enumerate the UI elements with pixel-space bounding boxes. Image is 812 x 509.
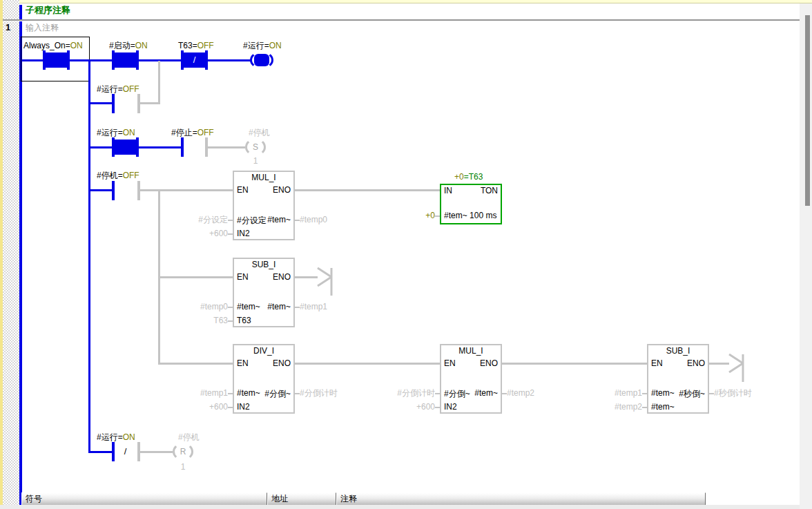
div1-operand-in2: +600 — [131, 402, 228, 412]
contact-t63-nc-powerflow[interactable]: / — [184, 52, 205, 68]
bottom-strip — [0, 505, 812, 509]
wire-h-gray — [160, 276, 233, 278]
mul1-operand-in1: #分设定 — [131, 215, 228, 224]
network-gutter — [3, 0, 19, 505]
box-mul2-eno: ENO — [480, 358, 498, 368]
wire-h-gray — [295, 189, 440, 191]
coil-reset-shutdown[interactable]: R — [173, 443, 193, 461]
coil-reset-operand: 1 — [173, 462, 193, 472]
sub1-operand-in2: T63 — [131, 316, 228, 325]
box-ton-pt-row: #tem~ 100 ms — [444, 211, 496, 220]
box-ton[interactable]: IN TON #tem~ 100 ms — [440, 184, 502, 224]
ton-operand-pt: +0 — [338, 211, 435, 220]
contact-start-powerflow[interactable] — [115, 52, 136, 68]
mul1-operand-in2: +600 — [131, 229, 228, 238]
table-header-symbol[interactable]: 符号 — [21, 492, 267, 506]
sub1-operand-out: #temp1 — [300, 302, 327, 311]
sub2-operand-in2: #temp2 — [545, 402, 642, 412]
mul2-operand-out: #temp2 — [507, 388, 534, 398]
box-mul2-in1: #分倒~ — [444, 388, 470, 400]
sub2-operand-in1: #temp1 — [545, 388, 642, 398]
box-mul1-eno: ENO — [273, 185, 291, 195]
operand-tick — [435, 407, 440, 408]
contact-label-run-nc: #运行=ON — [97, 432, 135, 442]
box-sub2-title: SUB_I — [648, 346, 708, 356]
coil-label-shutdown-r: #停机 — [178, 432, 200, 442]
wire-h — [139, 146, 181, 148]
wire-h — [90, 102, 112, 104]
table-header-address[interactable]: 地址 — [267, 492, 336, 506]
sub2-operand-out: #秒倒计时 — [714, 388, 752, 398]
coil-label-run: #运行=ON — [243, 41, 282, 50]
box-div1-title: DIV_I — [234, 346, 293, 356]
box-mul1[interactable]: MUL_I EN ENO #分设定 #tem~ IN2 — [233, 171, 295, 240]
mul2-operand-in2: +600 — [338, 402, 435, 412]
contact-shutdown[interactable] — [112, 181, 115, 200]
box-mul1-title: MUL_I — [234, 173, 293, 182]
contact-run2-powerflow[interactable] — [115, 140, 136, 155]
coil-set-shutdown[interactable]: S — [245, 138, 266, 156]
box-sub1-in2: T63 — [237, 316, 251, 325]
coil-run[interactable] — [250, 51, 273, 69]
wire-h-gray — [295, 363, 440, 365]
contact-always-on-powerflow[interactable] — [46, 52, 67, 68]
box-mul2[interactable]: MUL_I EN ENO #分倒~ #tem~ IN2 — [440, 344, 502, 414]
operand-tick — [435, 393, 440, 394]
contact-run-seal[interactable] — [112, 94, 115, 113]
box-sub1[interactable]: SUB_I EN ENO #tem~ #tem~ T63 — [233, 258, 295, 327]
div1-operand-in1: #temp1 — [131, 388, 228, 398]
pou-comment[interactable]: 子程序注释 — [26, 6, 70, 15]
contact-run-nc-slash: / — [115, 444, 136, 459]
network-comment[interactable]: 输入注释 — [26, 23, 59, 32]
coil-set-operand: 1 — [245, 156, 266, 166]
operand-tick — [502, 393, 507, 394]
operand-tick — [228, 307, 233, 308]
contact-stop[interactable] — [181, 137, 184, 157]
wire-h — [90, 146, 112, 148]
box-sub1-en: EN — [237, 272, 249, 282]
box-mul2-title: MUL_I — [441, 346, 501, 356]
operand-tick — [228, 320, 233, 322]
box-mul2-in2: IN2 — [444, 402, 457, 412]
box-ton-type: TON — [481, 186, 498, 195]
table-header-comment[interactable]: 注释 — [336, 492, 706, 506]
box-mul1-en: EN — [237, 185, 249, 195]
box-sub2-out: #秒倒~ — [679, 388, 705, 400]
operand-tick — [295, 307, 300, 308]
operand-tick — [709, 393, 714, 394]
ladder-editor-view: 子程序注释 1 输入注释 Always_On=ON #启动=ON T63=OFF… — [0, 0, 812, 509]
contact-label-start: #启动=ON — [109, 41, 148, 50]
operand-tick — [228, 407, 233, 408]
wire-h-gray — [160, 363, 233, 365]
top-border-strip — [0, 0, 812, 3]
vertical-scrollbar-thumb[interactable] — [805, 15, 810, 206]
wire-h-gray — [502, 363, 647, 365]
contact-label-run2: #运行=ON — [97, 128, 135, 137]
contact-label-t63: T63=OFF — [178, 41, 214, 50]
wire-h — [90, 189, 112, 191]
box-sub2[interactable]: SUB_I EN ENO #tem~ #秒倒~ #tem~ — [647, 344, 709, 414]
wire-h — [70, 59, 112, 61]
operand-tick — [295, 393, 300, 394]
box-mul1-in1: #分设定 — [237, 215, 267, 227]
wire-h-gray — [140, 451, 173, 453]
box-sub1-eno: ENO — [273, 272, 291, 282]
box-sub2-in2: #tem~ — [651, 402, 675, 412]
box-sub2-in1: #tem~ — [651, 388, 675, 398]
div1-operand-out: #分倒计时 — [300, 388, 338, 398]
coil-label-shutdown-s: #停机 — [249, 128, 270, 137]
contact-label-always-on: Always_On=ON — [23, 41, 83, 50]
mul1-operand-out: #temp0 — [300, 215, 327, 224]
box-sub1-out: #tem~ — [267, 302, 291, 311]
box-mul2-out: #tem~ — [474, 388, 498, 398]
wire-h — [90, 451, 112, 453]
box-div1-in2: IN2 — [237, 402, 250, 412]
wire-h-gray — [140, 189, 233, 191]
operand-tick — [295, 220, 300, 221]
contact-label-stop: #停止=OFF — [171, 128, 214, 137]
box-div1-en: EN — [237, 358, 249, 368]
box-ton-in: IN — [444, 186, 452, 195]
wire-h-gray — [140, 102, 160, 104]
box-div1-out: #分倒~ — [264, 388, 291, 400]
box-div1[interactable]: DIV_I EN ENO #tem~ #分倒~ IN2 — [233, 344, 295, 414]
